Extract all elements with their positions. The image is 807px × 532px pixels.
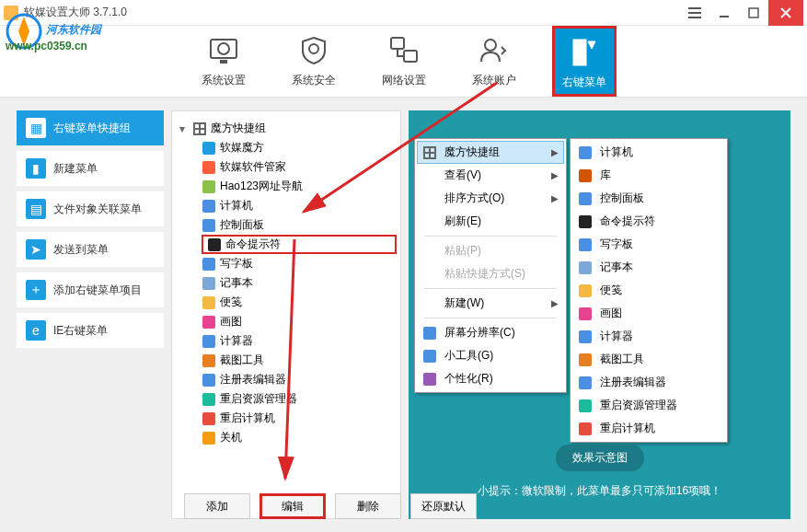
toolbar-label: 系统账户 (472, 73, 516, 88)
tree-node-label: 截图工具 (220, 353, 264, 368)
menu-item[interactable]: 记事本 (572, 256, 725, 279)
menu-item[interactable]: 截图工具 (572, 348, 725, 371)
app-icon (202, 373, 216, 387)
menu-item[interactable]: 查看(V)▶ (417, 164, 564, 187)
maximize-button[interactable] (739, 0, 768, 26)
tree-node[interactable]: 记事本 (202, 273, 397, 293)
minimize-button[interactable] (709, 0, 739, 26)
tree-node[interactable]: 重启计算机 (202, 409, 397, 428)
menu-item-label: 粘贴(P) (444, 243, 481, 259)
tree-node[interactable]: 注册表编辑器 (202, 370, 397, 389)
menu-item[interactable]: 注册表编辑器 (572, 371, 725, 394)
menu-item-label: 重启计算机 (600, 421, 655, 436)
app-icon (202, 179, 216, 194)
menu-item-label: 刷新(E) (444, 214, 481, 229)
toolbar-sys-settings[interactable]: 系统设置 (191, 34, 256, 88)
submenu-arrow-icon: ▶ (551, 193, 559, 203)
menu-item-label: 排序方式(O) (444, 191, 504, 206)
menu-item-icon (578, 237, 593, 252)
tree-node-label: 重启计算机 (220, 411, 275, 426)
tree-node[interactable]: 写字板 (202, 254, 397, 273)
tree-node[interactable]: 画图 (202, 312, 397, 331)
tree-node[interactable]: 便笺 (202, 293, 397, 312)
menu-item-label: 写字板 (600, 237, 633, 252)
toolbar-sys-account[interactable]: 系统账户 (462, 34, 526, 88)
tree-node-label: 计算器 (220, 333, 253, 349)
tree-node[interactable]: Hao123网址导航 (202, 177, 397, 196)
restore-button[interactable]: 还原默认 (410, 493, 477, 519)
toolbar-label: 网络设置 (382, 73, 426, 88)
app-icon (202, 218, 216, 233)
menu-item-label: 粘贴快捷方式(S) (444, 266, 525, 282)
sidebar-item-file-assoc[interactable]: ▤文件对象关联菜单 (17, 191, 164, 226)
tree-node-label: 记事本 (220, 275, 253, 291)
menu-item[interactable]: 库 (572, 164, 725, 187)
tree-node[interactable]: 截图工具 (202, 351, 397, 370)
menu-item[interactable]: 屏幕分辨率(C) (417, 321, 564, 344)
close-button[interactable] (768, 0, 803, 26)
menu-item-label: 小工具(G) (444, 348, 493, 364)
sidebar-item-new-menu[interactable]: ▮新建菜单 (17, 151, 164, 186)
workspace: ▦右键菜单快捷组▮新建菜单▤文件对象关联菜单➤发送到菜单＋添加右键菜单项目eIE… (0, 98, 807, 532)
svg-point-10 (309, 44, 318, 53)
tree-node[interactable]: 计算机 (202, 196, 397, 215)
menu-item[interactable]: 重启计算机 (572, 417, 725, 440)
delete-button[interactable]: 删除 (335, 493, 401, 519)
sidebar-item-shortcut-group[interactable]: ▦右键菜单快捷组 (17, 110, 164, 145)
menu-item[interactable]: 画图 (572, 302, 725, 325)
tree-panel[interactable]: ▾ 魔方快捷组 软媒魔方软媒软件管家Hao123网址导航计算机控制面板命令提示符… (171, 110, 401, 519)
menu-item-icon (578, 283, 593, 298)
menu-item[interactable]: 计算机 (572, 141, 725, 164)
sidebar-icon: ＋ (26, 280, 46, 300)
sidebar-item-send-to[interactable]: ➤发送到菜单 (17, 232, 164, 267)
menu-item-icon (422, 191, 437, 206)
menu-item-label: 注册表编辑器 (600, 375, 666, 390)
toolbar-sys-security[interactable]: 系统安全 (282, 34, 346, 88)
tree-node[interactable]: 重启资源管理器 (202, 389, 397, 409)
menu-item[interactable]: 新建(W)▶ (417, 292, 564, 315)
sidebar-item-add-item[interactable]: ＋添加右键菜单项目 (17, 272, 164, 307)
menu-item[interactable]: 刷新(E) (417, 210, 564, 233)
menu-item[interactable]: 写字板 (572, 233, 725, 256)
toolbar-label: 右键菜单 (562, 75, 606, 90)
menu-item[interactable]: 排序方式(O)▶ (417, 187, 564, 210)
app-icon (202, 257, 216, 272)
tree-node[interactable]: 计算器 (202, 331, 397, 351)
sidebar-item-ie-menu[interactable]: eIE右键菜单 (17, 313, 164, 348)
sidebar-item-label: 添加右键菜单项目 (53, 283, 142, 298)
svg-text:www.pc0359.cn: www.pc0359.cn (5, 40, 87, 52)
tree-root-node[interactable]: ▾ 魔方快捷组 (179, 119, 397, 138)
menu-button[interactable] (680, 0, 709, 26)
edit-button[interactable]: 编辑 (259, 493, 326, 519)
sidebar-icon: ➤ (26, 239, 46, 260)
menu-item[interactable]: 小工具(G) (417, 344, 564, 367)
sidebar: ▦右键菜单快捷组▮新建菜单▤文件对象关联菜单➤发送到菜单＋添加右键菜单项目eIE… (17, 110, 164, 519)
menu-item[interactable]: 重启资源管理器 (572, 394, 725, 417)
menu-item[interactable]: 计算器 (572, 325, 725, 348)
add-button[interactable]: 添加 (184, 493, 250, 519)
svg-point-8 (218, 43, 229, 54)
tree-node[interactable]: 关机 (202, 428, 397, 447)
hamburger-icon (688, 7, 701, 18)
toolbar-context-menu[interactable]: 右键菜单 (552, 26, 617, 97)
menu-item-icon (578, 376, 593, 390)
tree-node[interactable]: 软媒魔方 (202, 138, 397, 157)
menu-item[interactable]: 魔方快捷组▶ (417, 141, 564, 164)
toolbar-net-settings[interactable]: 网络设置 (372, 34, 436, 88)
menu-item[interactable]: 命令提示符 (572, 210, 725, 233)
sidebar-item-label: IE右键菜单 (53, 323, 108, 339)
menu-item[interactable]: 控制面板 (572, 187, 725, 210)
grid-icon (192, 121, 207, 136)
tree-node[interactable]: 命令提示符 (202, 235, 397, 254)
tree-node[interactable]: 控制面板 (202, 215, 397, 235)
app-icon (202, 315, 216, 330)
tree-node[interactable]: 软媒软件管家 (202, 157, 397, 177)
tree-node-label: 便笺 (220, 295, 242, 310)
svg-rect-14 (573, 40, 586, 65)
menu-item-icon (422, 372, 437, 387)
menu-item[interactable]: 个性化(R) (417, 367, 564, 390)
preview-panel: 魔方快捷组▶查看(V)▶排序方式(O)▶刷新(E)粘贴(P)粘贴快捷方式(S)新… (409, 110, 790, 519)
menu-item[interactable]: 便笺 (572, 279, 725, 302)
menu-item-label: 库 (600, 168, 611, 183)
tree-node-label: 控制面板 (220, 217, 264, 233)
